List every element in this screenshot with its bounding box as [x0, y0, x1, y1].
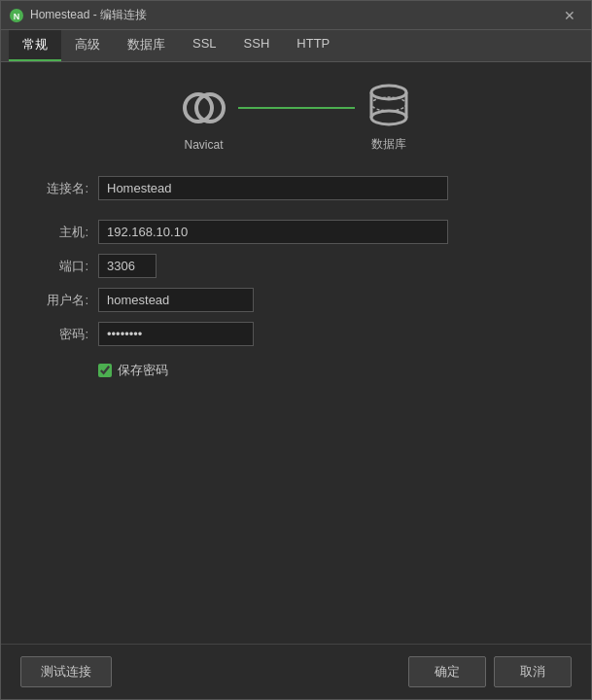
svg-text:N: N — [14, 12, 20, 21]
save-password-row: 保存密码 — [98, 362, 562, 379]
footer-right: 确定 取消 — [408, 656, 572, 687]
cancel-button[interactable]: 取消 — [494, 656, 572, 687]
title-bar: N Homestead - 编辑连接 ✕ — [1, 1, 591, 30]
save-password-checkbox[interactable] — [98, 364, 112, 377]
tab-http[interactable]: HTTP — [283, 30, 343, 61]
app-icon: N — [9, 8, 24, 23]
connection-name-input[interactable] — [98, 176, 448, 200]
username-input[interactable] — [98, 288, 254, 312]
username-row: 用户名: — [30, 288, 562, 312]
connection-name-row: 连接名: — [30, 176, 562, 200]
password-label: 密码: — [30, 326, 88, 343]
spacer — [30, 210, 562, 220]
database-icon — [365, 82, 413, 130]
navicat-label: Navicat — [184, 138, 223, 152]
port-label: 端口: — [30, 258, 88, 275]
footer: 测试连接 确定 取消 — [1, 644, 591, 699]
password-input[interactable] — [98, 322, 254, 346]
footer-left: 测试连接 — [20, 656, 112, 687]
content-area: Navicat 数据库 连 — [1, 62, 591, 644]
password-row: 密码: — [30, 322, 562, 346]
svg-point-8 — [371, 111, 406, 124]
port-row: 端口: — [30, 254, 562, 278]
host-input[interactable] — [98, 220, 448, 244]
ok-button[interactable]: 确定 — [408, 656, 486, 687]
database-label: 数据库 — [371, 136, 406, 153]
window-title: Homestead - 编辑连接 — [30, 7, 556, 23]
save-password-label: 保存密码 — [118, 362, 168, 379]
host-row: 主机: — [30, 220, 562, 244]
host-label: 主机: — [30, 224, 88, 241]
connection-line — [238, 107, 355, 109]
database-diagram-item: 数据库 — [365, 82, 413, 153]
port-input[interactable] — [98, 254, 157, 278]
connection-diagram: Navicat 数据库 — [30, 82, 562, 153]
tab-bar: 常规 高级 数据库 SSL SSH HTTP — [1, 30, 591, 62]
tab-ssl[interactable]: SSL — [179, 30, 230, 61]
tab-advanced[interactable]: 高级 — [61, 30, 114, 61]
close-button[interactable]: ✕ — [556, 2, 583, 29]
tab-general[interactable]: 常规 — [9, 30, 61, 61]
username-label: 用户名: — [30, 292, 88, 309]
main-window: N Homestead - 编辑连接 ✕ 常规 高级 数据库 SSL SSH H… — [0, 0, 592, 700]
tab-database[interactable]: 数据库 — [114, 30, 179, 61]
navicat-diagram-item: Navicat — [180, 84, 228, 152]
connection-name-label: 连接名: — [30, 180, 88, 197]
navicat-icon — [180, 84, 228, 132]
tab-ssh[interactable]: SSH — [230, 30, 284, 61]
test-connection-button[interactable]: 测试连接 — [20, 656, 112, 687]
